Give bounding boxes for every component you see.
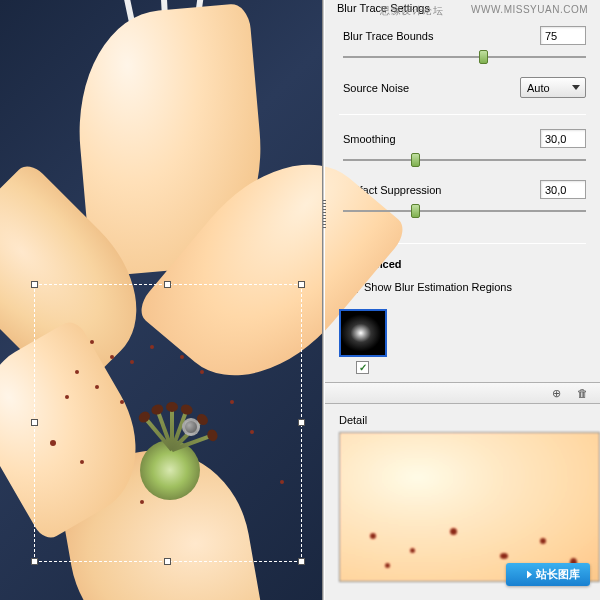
site-badge: 站长图库	[506, 563, 590, 586]
smoothing-input[interactable]	[540, 129, 586, 148]
delete-region-button[interactable]: 🗑	[572, 385, 592, 401]
artifact-slider[interactable]	[343, 203, 586, 219]
show-regions-label: Show Blur Estimation Regions	[364, 281, 512, 293]
panel-divider[interactable]	[322, 0, 325, 600]
watermark-text: 思缘设计论坛	[380, 4, 443, 18]
bounds-input[interactable]	[540, 26, 586, 45]
trash-icon: 🗑	[577, 387, 588, 399]
noise-dropdown[interactable]: Auto	[520, 77, 586, 98]
resize-handle[interactable]	[31, 281, 38, 288]
resize-handle[interactable]	[164, 281, 171, 288]
resize-handle[interactable]	[31, 558, 38, 565]
smoothing-label: Smoothing	[343, 133, 396, 145]
noise-value: Auto	[527, 82, 550, 94]
separator	[339, 114, 586, 115]
selection-marquee[interactable]	[34, 284, 302, 562]
add-region-button[interactable]: ⊕	[546, 385, 566, 401]
settings-panel: 思缘设计论坛 WWW.MISSYUAN.COM Blur Trace Setti…	[325, 0, 600, 600]
resize-handle[interactable]	[164, 558, 171, 565]
resize-handle[interactable]	[298, 281, 305, 288]
image-canvas[interactable]	[0, 0, 322, 600]
detail-preview[interactable]	[339, 432, 600, 582]
bounds-slider[interactable]	[343, 49, 586, 65]
smoothing-slider[interactable]	[343, 152, 586, 168]
resize-handle[interactable]	[298, 558, 305, 565]
resize-handle[interactable]	[31, 419, 38, 426]
region-toolbar: ⊕ 🗑	[325, 382, 600, 404]
center-pin-icon[interactable]	[182, 418, 200, 436]
detail-title: Detail	[325, 404, 600, 432]
badge-text: 站长图库	[536, 567, 580, 582]
bounds-label: Blur Trace Bounds	[343, 30, 434, 42]
region-thumbnail[interactable]	[339, 309, 387, 357]
resize-handle[interactable]	[298, 419, 305, 426]
watermark-text: WWW.MISSYUAN.COM	[471, 4, 588, 15]
plus-icon: ⊕	[552, 387, 561, 400]
chevron-down-icon	[572, 85, 580, 90]
artifact-input[interactable]	[540, 180, 586, 199]
noise-label: Source Noise	[343, 82, 409, 94]
region-checkbox[interactable]: ✓	[356, 361, 369, 374]
